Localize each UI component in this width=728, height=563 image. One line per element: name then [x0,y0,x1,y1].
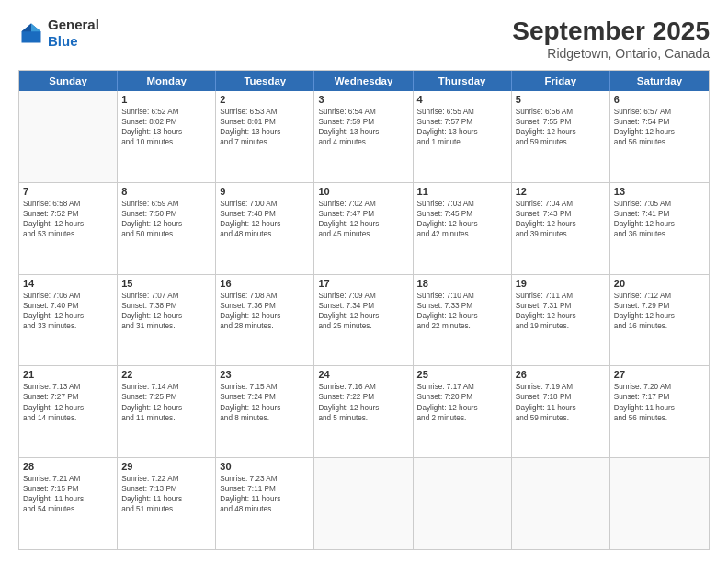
day-info: Sunrise: 6:55 AM Sunset: 7:57 PM Dayligh… [417,107,507,147]
calendar-cell: 15Sunrise: 7:07 AM Sunset: 7:38 PM Dayli… [118,275,216,366]
day-number: 27 [614,369,705,380]
day-info: Sunrise: 7:03 AM Sunset: 7:45 PM Dayligh… [417,199,507,239]
day-number: 5 [516,94,606,105]
calendar-cell: 24Sunrise: 7:16 AM Sunset: 7:22 PM Dayli… [314,366,413,457]
day-number: 24 [318,369,408,380]
col-header-saturday: Saturday [610,71,709,91]
page: General Blue September 2025 Ridgetown, O… [0,0,728,563]
col-header-wednesday: Wednesday [314,71,413,91]
calendar-cell: 17Sunrise: 7:09 AM Sunset: 7:34 PM Dayli… [314,275,413,366]
day-number: 15 [121,278,211,289]
day-number: 19 [516,278,606,289]
day-info: Sunrise: 6:53 AM Sunset: 8:01 PM Dayligh… [220,107,310,147]
day-number: 25 [417,369,507,380]
calendar-row-3: 21Sunrise: 7:13 AM Sunset: 7:27 PM Dayli… [19,365,709,457]
day-number: 23 [220,369,310,380]
day-number: 1 [121,94,211,105]
col-header-thursday: Thursday [414,71,512,91]
day-info: Sunrise: 7:08 AM Sunset: 7:36 PM Dayligh… [220,291,310,331]
day-info: Sunrise: 7:22 AM Sunset: 7:13 PM Dayligh… [121,474,211,514]
day-info: Sunrise: 7:17 AM Sunset: 7:20 PM Dayligh… [417,382,507,422]
svg-marker-2 [22,24,32,32]
day-info: Sunrise: 7:14 AM Sunset: 7:25 PM Dayligh… [121,382,211,422]
day-number: 8 [121,186,211,197]
day-number: 16 [220,278,310,289]
header: General Blue September 2025 Ridgetown, O… [18,17,710,61]
calendar-cell: 2Sunrise: 6:53 AM Sunset: 8:01 PM Daylig… [216,91,314,182]
day-info: Sunrise: 7:21 AM Sunset: 7:15 PM Dayligh… [23,474,113,514]
calendar-cell: 30Sunrise: 7:23 AM Sunset: 7:11 PM Dayli… [216,458,314,549]
day-number: 11 [417,186,507,197]
day-number: 10 [318,186,408,197]
day-number: 9 [220,186,310,197]
day-number: 14 [23,278,113,289]
calendar-body: 1Sunrise: 6:52 AM Sunset: 8:02 PM Daylig… [19,91,709,549]
location-subtitle: Ridgetown, Ontario, Canada [512,46,710,61]
day-info: Sunrise: 7:10 AM Sunset: 7:33 PM Dayligh… [417,291,507,331]
calendar-cell: 20Sunrise: 7:12 AM Sunset: 7:29 PM Dayli… [610,275,709,366]
logo: General Blue [18,17,99,50]
day-info: Sunrise: 7:23 AM Sunset: 7:11 PM Dayligh… [220,474,310,514]
column-headers: SundayMondayTuesdayWednesdayThursdayFrid… [19,71,709,91]
calendar-cell: 3Sunrise: 6:54 AM Sunset: 7:59 PM Daylig… [314,91,413,182]
day-number: 22 [121,369,211,380]
title-block: September 2025 Ridgetown, Ontario, Canad… [512,17,710,61]
calendar-cell: 26Sunrise: 7:19 AM Sunset: 7:18 PM Dayli… [512,366,610,457]
day-info: Sunrise: 7:16 AM Sunset: 7:22 PM Dayligh… [318,382,408,422]
day-number: 2 [220,94,310,105]
calendar-row-0: 1Sunrise: 6:52 AM Sunset: 8:02 PM Daylig… [19,91,709,182]
day-number: 29 [121,461,211,472]
calendar-cell: 7Sunrise: 6:58 AM Sunset: 7:52 PM Daylig… [19,183,118,274]
day-number: 12 [516,186,606,197]
calendar-cell: 18Sunrise: 7:10 AM Sunset: 7:33 PM Dayli… [414,275,512,366]
day-number: 30 [220,461,310,472]
calendar-row-4: 28Sunrise: 7:21 AM Sunset: 7:15 PM Dayli… [19,457,709,549]
calendar-cell: 29Sunrise: 7:22 AM Sunset: 7:13 PM Dayli… [118,458,216,549]
calendar-cell: 27Sunrise: 7:20 AM Sunset: 7:17 PM Dayli… [610,366,709,457]
calendar-cell [512,458,610,549]
calendar-cell: 16Sunrise: 7:08 AM Sunset: 7:36 PM Dayli… [216,275,314,366]
month-title: September 2025 [512,17,710,46]
logo-text: General Blue [48,17,99,50]
day-info: Sunrise: 7:07 AM Sunset: 7:38 PM Dayligh… [121,291,211,331]
day-number: 6 [614,94,705,105]
calendar-row-1: 7Sunrise: 6:58 AM Sunset: 7:52 PM Daylig… [19,182,709,274]
calendar-cell: 23Sunrise: 7:15 AM Sunset: 7:24 PM Dayli… [216,366,314,457]
day-info: Sunrise: 6:54 AM Sunset: 7:59 PM Dayligh… [318,107,408,147]
day-number: 18 [417,278,507,289]
calendar-cell [610,458,709,549]
day-info: Sunrise: 6:59 AM Sunset: 7:50 PM Dayligh… [121,199,211,239]
day-number: 4 [417,94,507,105]
day-info: Sunrise: 7:11 AM Sunset: 7:31 PM Dayligh… [516,291,606,331]
day-info: Sunrise: 6:56 AM Sunset: 7:55 PM Dayligh… [516,107,606,147]
logo-general: General [48,17,99,32]
calendar-cell: 22Sunrise: 7:14 AM Sunset: 7:25 PM Dayli… [118,366,216,457]
col-header-monday: Monday [118,71,216,91]
day-info: Sunrise: 7:13 AM Sunset: 7:27 PM Dayligh… [23,382,113,422]
calendar-cell: 13Sunrise: 7:05 AM Sunset: 7:41 PM Dayli… [610,183,709,274]
calendar-cell: 25Sunrise: 7:17 AM Sunset: 7:20 PM Dayli… [414,366,512,457]
day-info: Sunrise: 7:04 AM Sunset: 7:43 PM Dayligh… [516,199,606,239]
svg-marker-1 [31,24,41,32]
col-header-friday: Friday [512,71,610,91]
calendar: SundayMondayTuesdayWednesdayThursdayFrid… [18,70,710,550]
day-info: Sunrise: 6:58 AM Sunset: 7:52 PM Dayligh… [23,199,113,239]
day-number: 13 [614,186,705,197]
col-header-sunday: Sunday [19,71,118,91]
calendar-cell: 28Sunrise: 7:21 AM Sunset: 7:15 PM Dayli… [19,458,118,549]
day-number: 7 [23,186,113,197]
calendar-cell: 9Sunrise: 7:00 AM Sunset: 7:48 PM Daylig… [216,183,314,274]
day-number: 28 [23,461,113,472]
calendar-cell [414,458,512,549]
calendar-cell: 21Sunrise: 7:13 AM Sunset: 7:27 PM Dayli… [19,366,118,457]
day-info: Sunrise: 7:06 AM Sunset: 7:40 PM Dayligh… [23,291,113,331]
day-info: Sunrise: 7:20 AM Sunset: 7:17 PM Dayligh… [614,382,705,422]
day-info: Sunrise: 6:57 AM Sunset: 7:54 PM Dayligh… [614,107,705,147]
day-info: Sunrise: 7:19 AM Sunset: 7:18 PM Dayligh… [516,382,606,422]
day-number: 17 [318,278,408,289]
day-info: Sunrise: 6:52 AM Sunset: 8:02 PM Dayligh… [121,107,211,147]
day-info: Sunrise: 7:09 AM Sunset: 7:34 PM Dayligh… [318,291,408,331]
calendar-cell: 10Sunrise: 7:02 AM Sunset: 7:47 PM Dayli… [314,183,413,274]
calendar-cell: 5Sunrise: 6:56 AM Sunset: 7:55 PM Daylig… [512,91,610,182]
calendar-cell [19,91,118,182]
